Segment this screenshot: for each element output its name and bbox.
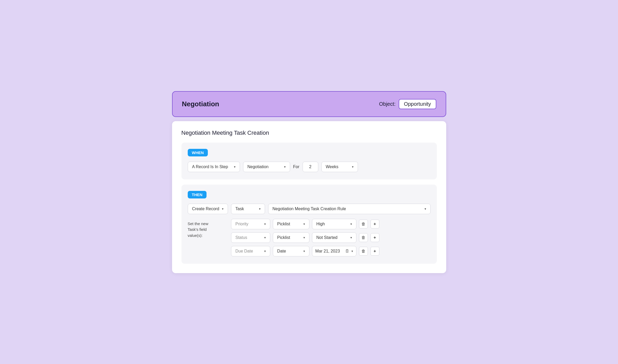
value-chevron-icon-0: ▾ <box>350 222 352 226</box>
type-dropdown-2[interactable]: Date ▾ <box>273 246 309 256</box>
date-chevron-icon-2: ▾ <box>351 249 353 253</box>
field-row: Priority ▾ Picklist ▾ High ▾ 🗑 + <box>231 219 431 229</box>
field-row: Due Date ▾ Date ▾ Mar 21, 2023 🗓 ▾ 🗑 + <box>231 246 431 256</box>
action-dropdown[interactable]: Create Record ▾ <box>188 204 228 214</box>
duration-input[interactable] <box>303 162 318 172</box>
date-value-2[interactable]: Mar 21, 2023 🗓 ▾ <box>312 246 356 256</box>
type-chevron-icon-1: ▾ <box>303 236 305 239</box>
header-object: Object: Opportunity <box>379 99 436 109</box>
value-dropdown-label-1: Not Started <box>316 235 338 240</box>
period-chevron-icon: ▾ <box>352 165 354 169</box>
when-badge: WHEN <box>188 149 208 156</box>
step-chevron-icon: ▾ <box>284 165 286 169</box>
value-dropdown-1[interactable]: Not Started ▾ <box>312 232 356 243</box>
delete-button-1[interactable]: 🗑 <box>359 233 368 242</box>
field-dropdown-0[interactable]: Priority ▾ <box>231 219 270 229</box>
period-dropdown-label: Weeks <box>326 165 339 169</box>
trigger-chevron-icon: ▾ <box>234 165 236 169</box>
add-button-2[interactable]: + <box>370 247 379 256</box>
type-chevron-icon-0: ▾ <box>303 222 305 226</box>
type-dropdown-label-1: Picklist <box>277 235 290 240</box>
step-dropdown-label: Negotiation <box>248 165 269 169</box>
field-chevron-icon-1: ▾ <box>264 236 266 239</box>
then-section: THEN Create Record ▾ Task ▾ Negotiation … <box>181 185 437 264</box>
field-row: Status ▾ Picklist ▾ Not Started ▾ 🗑 + <box>231 232 431 243</box>
field-dropdown-2[interactable]: Due Date ▾ <box>231 246 270 256</box>
type-dropdown-0[interactable]: Picklist ▾ <box>273 219 309 229</box>
rule-dropdown-label: Negotiation Meeting Task Creation Rule <box>273 207 346 211</box>
body-card: Negotiation Meeting Task Creation WHEN A… <box>172 121 446 273</box>
trigger-dropdown[interactable]: A Record Is In Step ▾ <box>188 162 240 172</box>
record-type-label: Task <box>236 207 244 211</box>
main-container: Negotiation Object: Opportunity Negotiat… <box>172 91 446 273</box>
delete-button-2[interactable]: 🗑 <box>359 247 368 256</box>
field-dropdown-label-2: Due Date <box>236 249 253 254</box>
object-badge: Opportunity <box>399 99 436 109</box>
for-label: For <box>293 165 299 169</box>
rule-dropdown[interactable]: Negotiation Meeting Task Creation Rule ▾ <box>268 204 431 214</box>
type-dropdown-1[interactable]: Picklist ▾ <box>273 232 309 243</box>
trigger-dropdown-label: A Record Is In Step <box>192 165 228 169</box>
object-label: Object: <box>379 101 396 107</box>
rule-chevron-icon: ▾ <box>425 207 426 211</box>
field-dropdown-1[interactable]: Status ▾ <box>231 232 270 243</box>
value-chevron-icon-1: ▾ <box>350 236 352 239</box>
value-dropdown-0[interactable]: High ▾ <box>312 219 356 229</box>
date-text-2: Mar 21, 2023 <box>315 249 343 254</box>
field-rows: Priority ▾ Picklist ▾ High ▾ 🗑 + Status … <box>231 219 431 256</box>
set-field-section: Set the new Task's field value(s): Prior… <box>188 219 431 256</box>
set-field-label: Set the new Task's field value(s): <box>188 219 227 256</box>
period-dropdown[interactable]: Weeks ▾ <box>321 162 358 172</box>
add-button-0[interactable]: + <box>370 220 379 228</box>
record-type-chevron-icon: ▾ <box>259 207 261 211</box>
type-dropdown-label-2: Date <box>277 249 286 254</box>
then-row1: Create Record ▾ Task ▾ Negotiation Meeti… <box>188 204 431 214</box>
action-chevron-icon: ▾ <box>222 207 223 211</box>
header-card: Negotiation Object: Opportunity <box>172 91 446 117</box>
step-dropdown[interactable]: Negotiation ▾ <box>243 162 290 172</box>
field-dropdown-label-0: Priority <box>236 222 249 226</box>
record-type-dropdown[interactable]: Task ▾ <box>231 204 265 214</box>
value-dropdown-label-0: High <box>316 222 325 226</box>
then-badge: THEN <box>188 191 207 198</box>
calendar-icon-2: 🗓 <box>345 249 349 254</box>
field-dropdown-label-1: Status <box>236 235 247 240</box>
field-chevron-icon-0: ▾ <box>264 222 266 226</box>
add-button-1[interactable]: + <box>370 233 379 242</box>
field-chevron-icon-2: ▾ <box>264 249 266 253</box>
section-title: Negotiation Meeting Task Creation <box>181 130 437 136</box>
when-section: WHEN A Record Is In Step ▾ Negotiation ▾… <box>181 143 437 179</box>
header-title: Negotiation <box>182 100 219 108</box>
action-dropdown-label: Create Record <box>192 207 219 211</box>
when-row: A Record Is In Step ▾ Negotiation ▾ For … <box>188 162 431 172</box>
type-dropdown-label-0: Picklist <box>277 222 290 226</box>
delete-button-0[interactable]: 🗑 <box>359 220 368 228</box>
type-chevron-icon-2: ▾ <box>303 249 305 253</box>
